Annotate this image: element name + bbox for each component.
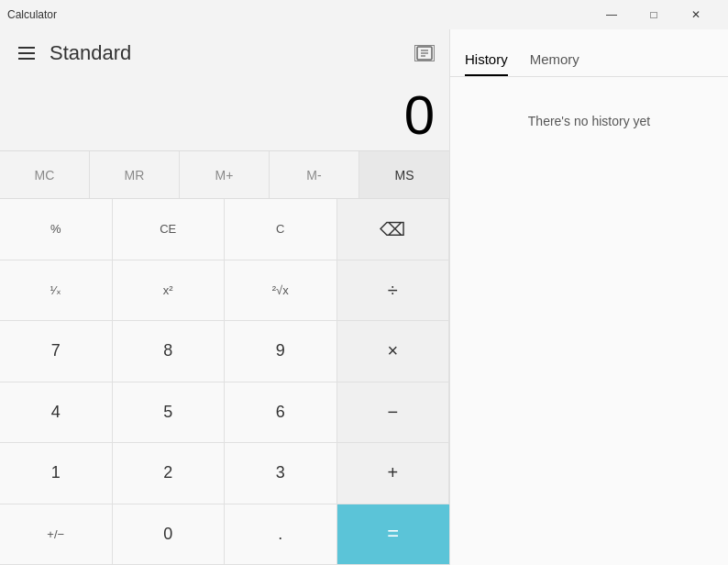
keypad: %CEC⌫¹⁄ₓx²²√x÷789×456−123++/−0.= (0, 198, 449, 565)
key-c[interactable]: C (225, 199, 337, 260)
key-3[interactable]: 3 (225, 443, 337, 504)
key-multiply[interactable]: × (337, 321, 450, 382)
maximize-button[interactable]: □ (633, 0, 675, 29)
memory-mr-button[interactable]: MR (90, 151, 180, 198)
key-subtract[interactable]: − (337, 382, 450, 444)
hamburger-icon[interactable] (15, 43, 39, 63)
key-6[interactable]: 6 (225, 382, 337, 444)
title-bar: Calculator — □ ✕ (0, 0, 728, 29)
tab-memory[interactable]: Memory (530, 51, 579, 76)
tab-history[interactable]: History (465, 51, 508, 76)
key-1[interactable]: 1 (0, 443, 113, 504)
memory-mplus-button[interactable]: M+ (180, 151, 270, 198)
key-reciprocal[interactable]: ¹⁄ₓ (0, 260, 113, 322)
key-4[interactable]: 4 (0, 382, 113, 444)
summary-icon[interactable] (414, 45, 435, 61)
key-0[interactable]: 0 (113, 504, 226, 566)
key-backspace[interactable]: ⌫ (337, 199, 450, 260)
calculator-panel: Standard 0 MCMRM+M-MS %CEC⌫¹⁄ₓx²²√x÷789×… (0, 29, 449, 565)
minimize-button[interactable]: — (590, 0, 633, 29)
key-divide[interactable]: ÷ (337, 260, 450, 322)
key-5[interactable]: 5 (113, 382, 226, 444)
no-history-text: There's no history yet (528, 114, 650, 128)
key-negate[interactable]: +/− (0, 504, 113, 566)
key-8[interactable]: 8 (113, 321, 226, 382)
key-2[interactable]: 2 (113, 443, 226, 504)
key-equals[interactable]: = (337, 504, 450, 566)
calc-display: 0 (0, 77, 449, 150)
calc-header: Standard (0, 29, 449, 77)
memory-mc-button[interactable]: MC (0, 151, 90, 198)
calc-title: Standard (50, 41, 403, 65)
close-button[interactable]: ✕ (675, 0, 717, 29)
side-content: There's no history yet (450, 77, 728, 565)
key-add[interactable]: + (337, 443, 450, 504)
key-sqrt[interactable]: ²√x (225, 260, 337, 322)
key-square[interactable]: x² (113, 260, 226, 322)
key-ce[interactable]: CE (113, 199, 226, 260)
memory-ms-button[interactable]: MS (359, 151, 449, 198)
key-7[interactable]: 7 (0, 321, 113, 382)
title-bar-title: Calculator (7, 8, 57, 21)
memory-mminus-button[interactable]: M- (270, 151, 359, 198)
memory-row: MCMRM+M-MS (0, 150, 449, 198)
key-percent[interactable]: % (0, 199, 113, 260)
title-bar-controls: — □ ✕ (590, 0, 717, 29)
side-tabs: HistoryMemory (450, 29, 728, 77)
display-value: 0 (404, 88, 435, 143)
key-decimal[interactable]: . (225, 504, 337, 566)
key-9[interactable]: 9 (225, 321, 337, 382)
side-panel: HistoryMemory There's no history yet (449, 29, 728, 565)
title-bar-left: Calculator (7, 8, 57, 21)
main-content: Standard 0 MCMRM+M-MS %CEC⌫¹⁄ₓx²²√x÷789×… (0, 29, 728, 565)
